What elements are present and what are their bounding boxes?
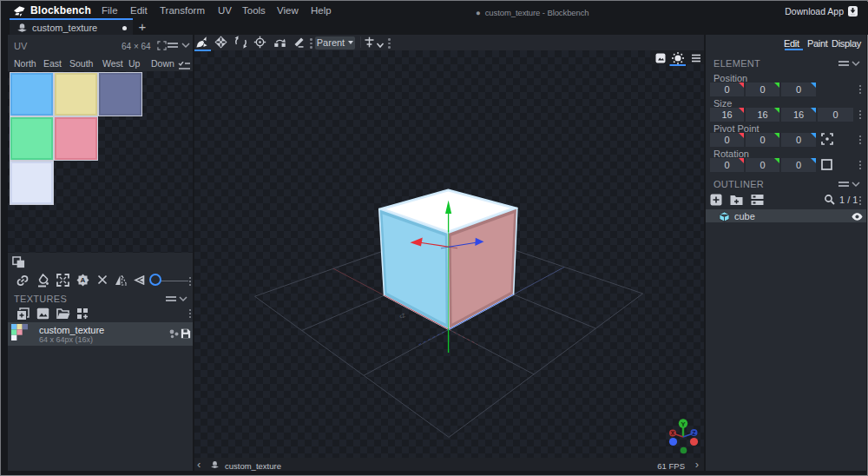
svg-text:A: A [81, 276, 86, 284]
svg-text:X: X [671, 430, 675, 436]
svg-text:‹z: ‹z [398, 311, 406, 321]
svg-text:Z: Z [693, 430, 696, 436]
svg-text:Y: Y [681, 420, 685, 428]
